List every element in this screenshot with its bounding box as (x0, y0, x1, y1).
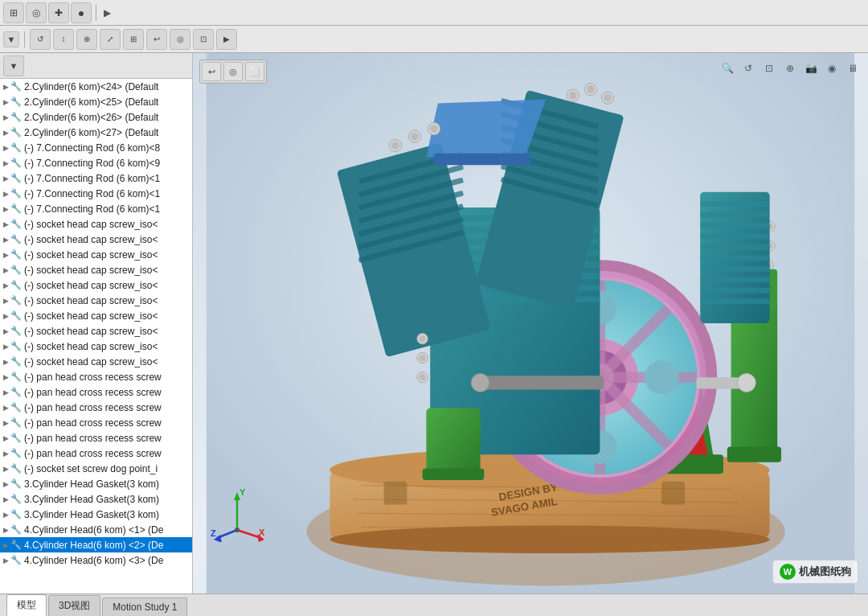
vp-back-btn[interactable]: ↩ (202, 62, 221, 81)
3d-viewport[interactable]: ↩ ◎ ⬜ 🔍 ↺ ⊡ ⊕ 📷 ◉ 🖥 (193, 53, 868, 593)
camera-icon[interactable]: 📷 (802, 60, 820, 77)
section-view-tool[interactable]: ◎ (170, 29, 190, 50)
tree-item[interactable]: ▶🔧(-) pan head cross recess screw (0, 430, 192, 446)
tree-arrow-icon: ▶ (3, 327, 9, 335)
tree-item[interactable]: ▶🔧(-) pan head cross recess screw (0, 400, 192, 415)
search-vp-icon[interactable]: 🔍 (719, 60, 736, 77)
zoom-area-tool[interactable]: ⊞ (123, 29, 144, 50)
tree-item[interactable]: ▶🔧(-) pan head cross recess screw (0, 369, 192, 384)
vp-view-btn[interactable]: ◎ (223, 62, 243, 81)
zoom-fit-tool[interactable]: ⤢ (100, 29, 121, 50)
tree-item[interactable]: ▶🔧2.Cylinder(6 kom)<25> (Default (0, 94, 192, 109)
rotate-vp-icon[interactable]: ↺ (739, 60, 757, 77)
tree-node-icon: 🔧 (10, 127, 22, 138)
tree-item-label: (-) socket head cap screw_iso< (24, 280, 158, 291)
tab-3dview[interactable]: 3D视图 (48, 595, 100, 616)
svg-point-104 (471, 373, 489, 392)
tree-item[interactable]: ▶🔧(-) 7.Connecting Rod (6 kom)<9 (0, 155, 192, 170)
tree-node-icon: 🔧 (10, 142, 22, 153)
tree-item[interactable]: ▶🔧(-) socket head cap screw_iso< (0, 323, 192, 339)
toolbar-sep-1 (96, 5, 96, 21)
tree-item[interactable]: ▶🔧3.Cylinder Head Gasket(3 kom) (0, 476, 192, 491)
toolbar-more-btn[interactable]: ▶ (100, 7, 114, 18)
tree-node-icon: 🔧 (10, 509, 22, 519)
zoom-tool[interactable]: ⊕ (76, 29, 97, 50)
tree-item[interactable]: ▶🔧(-) socket head cap screw_iso< (0, 308, 192, 323)
feature-tree[interactable]: ▶🔧2.Cylinder(6 kom)<24> (Default▶🔧2.Cyli… (0, 79, 192, 593)
tree-arrow-icon: ▶ (3, 358, 9, 366)
tree-item-label: (-) 7.Connecting Rod (6 kom)<1 (24, 203, 160, 215)
tree-item-label: (-) pan head cross recess screw (24, 402, 162, 413)
tree-item-label: 4.Cylinder Head(6 kom) <3> (De (24, 555, 163, 566)
tree-arrow-icon: ▶ (3, 266, 9, 274)
tree-arrow-icon: ▶ (3, 388, 9, 396)
tree-item[interactable]: ▶🔧(-) 7.Connecting Rod (6 kom)<8 (0, 140, 192, 155)
tree-node-icon: 🔧 (10, 433, 22, 443)
settings-btn[interactable]: ● (71, 2, 92, 23)
svg-rect-100 (700, 298, 769, 304)
tree-arrow-icon: ▶ (3, 434, 9, 442)
feature-manager-btn[interactable]: ⊞ (3, 2, 24, 23)
svg-text:Y: Y (240, 487, 246, 497)
tree-item[interactable]: ▶🔧(-) socket head cap screw_iso< (0, 247, 192, 262)
tree-item[interactable]: ▶🔧(-) socket head cap screw_iso< (0, 354, 192, 369)
tree-arrow-icon: ▶ (3, 129, 9, 137)
property-manager-btn[interactable]: ◎ (26, 2, 47, 23)
tree-item[interactable]: ▶🔧(-) socket head cap screw_iso< (0, 216, 192, 232)
tree-item[interactable]: ▶🔧(-) socket head cap screw_iso< (0, 277, 192, 293)
tree-item[interactable]: ▶🔧3.Cylinder Head Gasket(3 kom) (0, 491, 192, 507)
tree-item-label: (-) 7.Connecting Rod (6 kom)<9 (24, 158, 160, 169)
tree-arrow-icon: ▶ (3, 541, 9, 549)
tree-item[interactable]: ▶🔧4.Cylinder Head(6 kom) <2> (De (0, 537, 192, 552)
tree-item[interactable]: ▶🔧2.Cylinder(6 kom)<27> (Default (0, 125, 192, 140)
tree-node-icon: 🔧 (10, 173, 22, 183)
svg-point-29 (645, 360, 678, 394)
configuration-btn[interactable]: ✚ (48, 2, 69, 23)
pan-tool[interactable]: ↕ (53, 29, 74, 50)
rotate-tool[interactable]: ↺ (30, 29, 51, 50)
tree-item[interactable]: ▶🔧4.Cylinder Head(6 kom) <1> (De (0, 522, 192, 537)
view-more-tool[interactable]: ▶ (216, 29, 237, 50)
display-icon[interactable]: 🖥 (844, 60, 862, 77)
tree-item[interactable]: ▶🔧(-) socket head cap screw_iso< (0, 232, 192, 247)
tree-item[interactable]: ▶🔧(-) 7.Connecting Rod (6 kom)<1 (0, 186, 192, 201)
tree-item[interactable]: ▶🔧(-) 7.Connecting Rod (6 kom)<1 (0, 201, 192, 216)
tree-item[interactable]: ▶🔧2.Cylinder(6 kom)<26> (Default (0, 109, 192, 125)
view3d-icon[interactable]: ⊡ (760, 60, 778, 77)
tree-item-label: (-) socket head cap screw_iso< (24, 341, 158, 352)
tree-item-label: (-) 7.Connecting Rod (6 kom)<8 (24, 142, 160, 154)
svg-rect-102 (423, 468, 485, 479)
tree-item[interactable]: ▶🔧(-) pan head cross recess screw (0, 415, 192, 430)
tree-node-icon: 🔧 (10, 280, 22, 290)
tree-node-icon: 🔧 (10, 540, 22, 550)
vp-display-btn[interactable]: ⬜ (245, 62, 264, 81)
tree-item[interactable]: ▶🔧(-) pan head cross recess screw (0, 446, 192, 461)
tab-motion-study[interactable]: Motion Study 1 (102, 598, 187, 616)
snap-icon[interactable]: ⊕ (781, 60, 799, 77)
tree-item[interactable]: ▶🔧(-) socket set screw dog point_i (0, 461, 192, 476)
svg-rect-101 (426, 409, 480, 474)
tree-node-icon: 🔧 (10, 372, 22, 382)
tree-arrow-icon: ▶ (3, 205, 9, 213)
tree-item[interactable]: ▶🔧2.Cylinder(6 kom)<24> (Default (0, 79, 192, 94)
tree-item[interactable]: ▶🔧(-) socket head cap screw_iso< (0, 293, 192, 308)
filter-btn[interactable]: ▼ (3, 31, 19, 47)
tree-item[interactable]: ▶🔧(-) socket head cap screw_iso< (0, 262, 192, 277)
filter-icon[interactable]: ▼ (3, 55, 24, 76)
tab-model[interactable]: 模型 (6, 594, 47, 616)
svg-rect-94 (700, 234, 769, 240)
tree-node-icon: 🔧 (10, 234, 22, 244)
tree-item[interactable]: ▶🔧(-) 7.Connecting Rod (6 kom)<1 (0, 170, 192, 186)
svg-rect-86 (727, 447, 781, 462)
tree-item[interactable]: ▶🔧(-) socket head cap screw_iso< (0, 339, 192, 354)
tree-item[interactable]: ▶🔧(-) pan head cross recess screw (0, 384, 192, 400)
tree-item[interactable]: ▶🔧3.Cylinder Head Gasket(3 kom) (0, 507, 192, 522)
tree-arrow-icon: ▶ (3, 220, 9, 228)
tree-arrow-icon: ▶ (3, 526, 9, 534)
view-orient-tool[interactable]: ⊡ (193, 29, 214, 50)
tree-item[interactable]: ▶🔧4.Cylinder Head(6 kom) <3> (De (0, 552, 192, 568)
previous-view-tool[interactable]: ↩ (146, 29, 167, 50)
render-icon[interactable]: ◉ (823, 60, 841, 77)
svg-text:X: X (259, 528, 265, 537)
tree-node-icon: 🔧 (10, 524, 22, 535)
